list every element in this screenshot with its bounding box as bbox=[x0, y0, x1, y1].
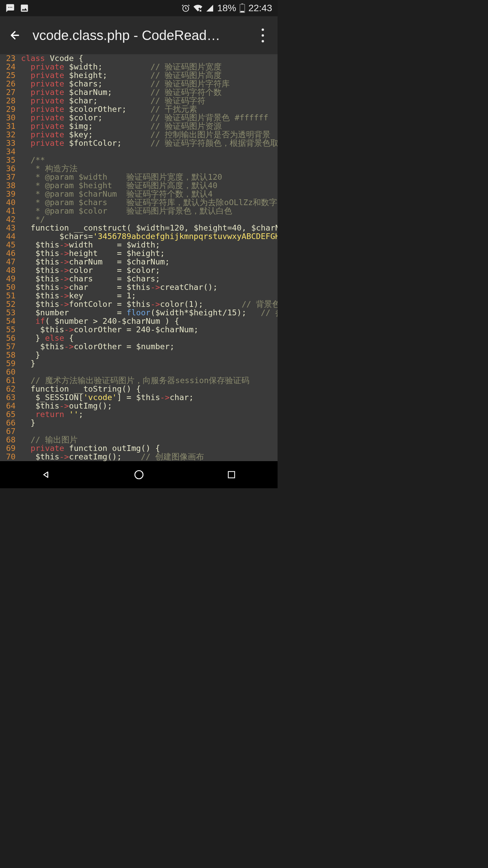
app-title: vcode.class.php - CodeRead… bbox=[33, 28, 255, 43]
svg-point-4 bbox=[135, 471, 143, 479]
back-button[interactable] bbox=[7, 27, 23, 43]
battery-icon bbox=[240, 3, 245, 13]
line-number-gutter: 2324252627282930313233343536373839404142… bbox=[0, 54, 19, 461]
chat-icon bbox=[5, 3, 15, 13]
nav-home-button[interactable] bbox=[129, 465, 149, 485]
code-content: class Vcode { private $width; // 验证码图片宽度… bbox=[19, 54, 278, 461]
image-icon bbox=[20, 3, 29, 13]
svg-rect-3 bbox=[240, 11, 244, 12]
svg-rect-2 bbox=[241, 3, 243, 4]
app-bar: vcode.class.php - CodeRead… bbox=[0, 16, 278, 54]
wifi-off-icon bbox=[194, 4, 202, 13]
nav-recent-button[interactable] bbox=[221, 465, 242, 485]
svg-rect-5 bbox=[228, 472, 235, 478]
signal-icon bbox=[206, 4, 214, 12]
alarm-icon bbox=[181, 4, 190, 13]
status-left bbox=[5, 3, 29, 13]
battery-pct: 18% bbox=[217, 3, 236, 14]
nav-bar bbox=[0, 461, 278, 488]
code-viewer[interactable]: 2324252627282930313233343536373839404142… bbox=[0, 54, 278, 461]
nav-back-button[interactable] bbox=[36, 465, 57, 485]
clock-time: 22:43 bbox=[248, 3, 272, 14]
status-right: 18% 22:43 bbox=[181, 3, 272, 14]
status-bar: 18% 22:43 bbox=[0, 0, 278, 16]
more-menu-button[interactable] bbox=[255, 27, 271, 43]
